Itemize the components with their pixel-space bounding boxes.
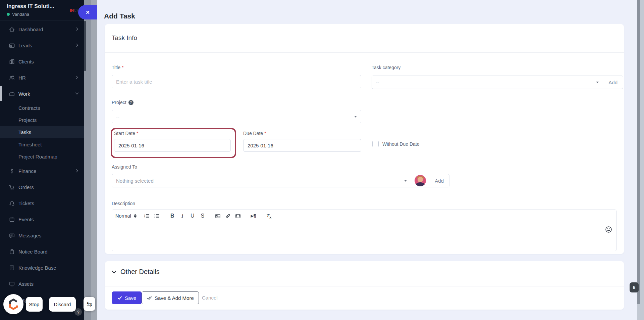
sidebar-item-orders[interactable]: Orders xyxy=(0,179,84,195)
sidebar-item-finance[interactable]: Finance xyxy=(0,163,84,179)
save-add-more-button[interactable]: Save & Add More xyxy=(142,291,199,304)
add-task-panel: Add Task Task Info Title* Task category … xyxy=(97,0,644,320)
sidebar-item-label: Project Roadmap xyxy=(18,154,57,159)
modal-backdrop xyxy=(84,0,97,320)
notification-count-badge[interactable]: 6 xyxy=(630,282,639,292)
home-icon xyxy=(8,26,15,33)
clear-format-icon[interactable]: Tx xyxy=(265,211,273,221)
dollar-icon xyxy=(8,168,15,174)
image-icon[interactable] xyxy=(214,211,222,221)
emoji-picker-icon[interactable] xyxy=(605,226,612,233)
discard-button[interactable]: Discard xyxy=(49,297,76,312)
underline-icon[interactable]: U xyxy=(188,211,197,221)
without-due-date-checkbox[interactable] xyxy=(372,141,379,147)
add-assignee-button[interactable]: Add xyxy=(429,174,449,187)
sidebar-item-events[interactable]: Events xyxy=(0,211,84,227)
due-date-input[interactable] xyxy=(243,139,361,152)
sidebar-item-label: Assets xyxy=(18,281,34,287)
sidebar-item-projects[interactable]: Projects xyxy=(0,114,84,126)
stop-button[interactable]: Stop xyxy=(26,297,43,312)
start-date-input[interactable] xyxy=(114,139,231,152)
assignee-avatar-segment[interactable] xyxy=(411,174,429,187)
sidebar-item-notice-board[interactable]: Notice Board xyxy=(0,243,84,260)
sidebar-item-label: Clients xyxy=(18,59,34,64)
sidebar-item-contracts[interactable]: Contracts xyxy=(0,102,84,114)
other-details-title: Other Details xyxy=(120,268,160,276)
sidebar-item-leads[interactable]: Leads xyxy=(0,37,84,53)
assigned-to-select[interactable]: Nothing selected xyxy=(112,174,411,187)
avatar xyxy=(415,175,426,186)
hexagon-logo-icon xyxy=(6,297,20,311)
sidebar-item-label: Orders xyxy=(18,184,34,190)
sidebar-item-timesheet[interactable]: Timesheet xyxy=(0,138,84,150)
required-asterisk: * xyxy=(137,131,138,136)
bullet-list-icon[interactable] xyxy=(153,211,161,221)
headset-icon xyxy=(8,200,15,207)
user-name: Vandana xyxy=(12,12,29,17)
cancel-button[interactable]: Cancel xyxy=(200,294,220,301)
other-details-card: Other Details Save Save & Add More Cance… xyxy=(105,261,624,310)
page-scrollbar-thumb[interactable] xyxy=(637,0,640,304)
sidebar: Ingress IT Soluti... Vandana INCA Dashbo… xyxy=(0,0,84,320)
bold-icon[interactable]: B xyxy=(168,211,177,221)
chevron-down-icon xyxy=(596,82,599,83)
document-icon xyxy=(8,264,15,271)
calendar-icon xyxy=(8,216,15,223)
sidebar-item-dashboard[interactable]: Dashboard xyxy=(0,21,84,37)
sidebar-item-label: Timesheet xyxy=(18,142,42,147)
sidebar-item-assets[interactable]: Assets xyxy=(0,276,84,292)
swap-arrows-icon: ⇆ xyxy=(87,300,92,308)
project-select[interactable]: -- xyxy=(112,110,361,123)
sidebar-item-project-roadmap[interactable]: Project Roadmap xyxy=(0,151,84,163)
id-card-icon xyxy=(8,42,15,49)
monitor-icon xyxy=(8,280,15,287)
close-panel-button[interactable]: × xyxy=(78,5,97,19)
start-date-label: Start Date* xyxy=(114,131,138,136)
app-window: Ingress IT Soluti... Vandana INCA Dashbo… xyxy=(0,0,644,320)
double-check-icon xyxy=(147,295,152,301)
category-select[interactable]: -- xyxy=(372,76,603,89)
agent-logo[interactable] xyxy=(3,294,23,314)
video-icon[interactable] xyxy=(234,211,243,221)
sidebar-header: Ingress IT Soluti... Vandana INCA xyxy=(0,0,84,20)
richtext-toolbar: Normal 123BIUS▸¶Tx xyxy=(112,210,616,222)
current-user: Vandana xyxy=(7,12,29,17)
project-value: -- xyxy=(116,114,119,120)
sidebar-item-tasks[interactable]: Tasks xyxy=(0,126,84,138)
ordered-list-icon[interactable]: 123 xyxy=(143,211,151,221)
sidebar-item-knowledge-base[interactable]: Knowledge Base xyxy=(0,260,84,276)
sidebar-item-tickets[interactable]: Tickets xyxy=(0,195,84,211)
help-icon[interactable]: ? xyxy=(128,100,133,105)
save-button[interactable]: Save xyxy=(112,291,142,304)
strikethrough-icon[interactable]: S xyxy=(198,211,207,221)
without-due-date-label: Without Due Date xyxy=(382,141,420,147)
chevron-down-icon xyxy=(354,116,357,118)
link-icon[interactable] xyxy=(224,211,232,221)
page-title: Add Task xyxy=(104,12,135,20)
sidebar-item-messages[interactable]: Messages xyxy=(0,227,84,243)
svg-text:3: 3 xyxy=(144,217,145,219)
swap-button[interactable]: ⇆ xyxy=(84,297,95,311)
format-dropdown[interactable]: Normal xyxy=(115,213,137,219)
task-info-card: Task Info Title* Task category -- Add Pr… xyxy=(105,24,624,254)
add-category-button[interactable]: Add xyxy=(603,76,623,89)
text-direction-icon[interactable]: ▸¶ xyxy=(249,211,258,221)
richtext-editor-area[interactable] xyxy=(112,222,616,251)
card-title: Task Info xyxy=(112,34,137,42)
other-details-toggle[interactable]: Other Details xyxy=(111,268,160,276)
sidebar-item-label: Tasks xyxy=(18,129,31,135)
sidebar-item-label: Events xyxy=(18,217,34,222)
due-date-label: Due Date* xyxy=(243,131,266,136)
sidebar-item-label: Projects xyxy=(18,117,37,123)
divider xyxy=(105,286,624,286)
sidebar-item-label: Dashboard xyxy=(18,27,43,32)
sidebar-item-work[interactable]: Work xyxy=(0,86,84,102)
task-title-input[interactable] xyxy=(112,75,361,88)
cart-icon xyxy=(8,184,15,190)
assigned-group: Nothing selected Add xyxy=(112,174,449,187)
sidebar-scrollbar[interactable] xyxy=(84,21,86,71)
sidebar-item-hr[interactable]: HR xyxy=(0,70,84,86)
italic-icon[interactable]: I xyxy=(178,211,187,221)
sidebar-item-clients[interactable]: Clients xyxy=(0,53,84,70)
sidebar-nav: DashboardLeadsClientsHRWorkContractsProj… xyxy=(0,20,84,320)
